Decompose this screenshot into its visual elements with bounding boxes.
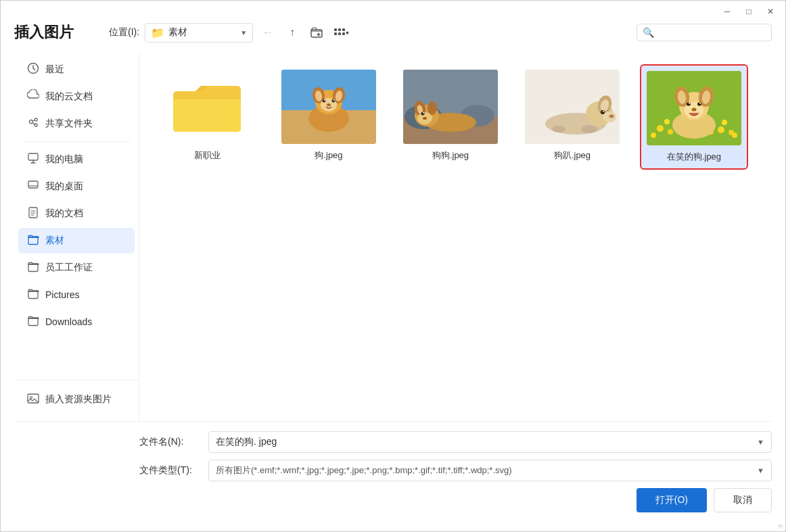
- file-item-dog1[interactable]: 狗.jpeg: [275, 64, 383, 170]
- sidebar-item-downloads-label: Downloads: [45, 316, 92, 327]
- file-item-dog2-name: 狗狗.jpeg: [432, 149, 469, 162]
- filename-input[interactable]: 在笑的狗. jpeg ▼: [208, 431, 772, 453]
- location-label: 位置(I):: [109, 26, 139, 39]
- svg-point-26: [332, 99, 336, 103]
- svg-point-76: [697, 103, 701, 106]
- documents-icon: [26, 206, 40, 221]
- svg-point-53: [609, 115, 614, 118]
- sidebar-item-materials-label: 素材: [45, 235, 64, 247]
- sidebar-item-cloud[interactable]: 我的云文档: [18, 84, 135, 110]
- svg-rect-2: [338, 28, 341, 31]
- dialog-header: 插入图片 位置(I): 📁 素材 ▼ ← ↑: [14, 22, 772, 43]
- insert-folder-icon: [26, 392, 40, 407]
- title-bar: ─ □ ✕: [1, 1, 785, 22]
- svg-point-40: [421, 112, 425, 116]
- svg-point-55: [657, 125, 664, 132]
- up-button[interactable]: ↑: [283, 23, 302, 42]
- svg-point-61: [718, 126, 724, 133]
- svg-point-67: [722, 120, 727, 125]
- svg-rect-1: [334, 28, 337, 31]
- dog3-thumbnail: [525, 70, 620, 144]
- sidebar-item-computer[interactable]: 我的电脑: [18, 147, 135, 172]
- svg-point-79: [692, 108, 697, 112]
- open-button[interactable]: 打开(O): [637, 488, 707, 512]
- sidebar-item-desktop-label: 我的桌面: [45, 180, 83, 193]
- toolbar: 位置(I): 📁 素材 ▼ ← ↑: [109, 23, 772, 43]
- filename-value: 在笑的狗. jpeg: [216, 436, 277, 448]
- sidebar-divider-1: [22, 141, 131, 142]
- search-icon: 🔍: [643, 27, 654, 38]
- file-item-folder-xzy[interactable]: 新职业: [153, 64, 261, 170]
- svg-point-42: [423, 117, 427, 120]
- svg-point-51: [601, 110, 605, 114]
- search-box[interactable]: 🔍: [637, 24, 772, 41]
- maximize-button[interactable]: □: [739, 5, 758, 18]
- svg-point-77: [689, 103, 690, 104]
- cloud-icon: [26, 89, 40, 104]
- new-folder-button[interactable]: [307, 23, 326, 42]
- svg-point-25: [323, 99, 326, 103]
- cancel-button[interactable]: 取消: [714, 488, 772, 512]
- filename-label: 文件名(N):: [139, 436, 200, 448]
- svg-rect-6: [342, 32, 345, 35]
- back-button[interactable]: ←: [258, 23, 277, 42]
- svg-rect-12: [28, 181, 38, 188]
- filetype-row: 文件类型(T): 所有图片(*.emf;*.wmf;*.jpg;*.jpeg;*…: [14, 460, 772, 481]
- sidebar-item-employee[interactable]: 员工工作证: [18, 255, 135, 281]
- filetype-input[interactable]: 所有图片(*.emf;*.wmf;*.jpg;*.jpeg;*.jpe;*.pn…: [208, 460, 772, 481]
- svg-rect-11: [28, 153, 38, 160]
- svg-point-45: [581, 125, 597, 133]
- search-input[interactable]: [654, 27, 766, 38]
- view-button[interactable]: ▾: [331, 23, 350, 42]
- svg-point-37: [427, 101, 437, 115]
- file-item-dog4-name: 在笑的狗.jpeg: [667, 151, 721, 163]
- downloads-icon: [26, 314, 40, 329]
- svg-point-9: [34, 118, 37, 121]
- pictures-icon: [26, 287, 40, 302]
- computer-icon: [26, 152, 40, 167]
- svg-point-46: [552, 126, 565, 132]
- file-item-dog3[interactable]: 狗趴.jpeg: [518, 64, 626, 170]
- recent-icon: [26, 62, 40, 77]
- sidebar-item-documents-label: 我的文档: [45, 208, 83, 220]
- svg-rect-5: [338, 32, 341, 35]
- sidebar-item-materials[interactable]: 素材: [18, 228, 135, 253]
- close-button[interactable]: ✕: [761, 5, 780, 18]
- sidebar-item-computer-label: 我的电脑: [45, 153, 83, 166]
- folder-thumbnail: [160, 70, 254, 144]
- svg-point-27: [324, 99, 325, 101]
- svg-point-65: [664, 119, 670, 124]
- filetype-value: 所有图片(*.emf;*.wmf;*.jpg;*.jpeg;*.jpe;*.pn…: [216, 464, 512, 477]
- sidebar-item-shared[interactable]: 共享文件夹: [18, 111, 135, 137]
- resize-handle[interactable]: ⟲: [777, 523, 783, 530]
- minimize-button[interactable]: ─: [718, 5, 737, 18]
- employee-icon: [26, 260, 40, 275]
- location-text: 素材: [168, 26, 236, 39]
- file-item-dog3-name: 狗趴.jpeg: [554, 149, 591, 162]
- sidebar-item-downloads[interactable]: Downloads: [18, 309, 135, 335]
- filetype-label: 文件类型(T):: [139, 464, 200, 477]
- dog1-thumbnail: [281, 70, 376, 144]
- dialog-title: 插入图片: [14, 22, 95, 43]
- svg-point-64: [732, 132, 737, 138]
- svg-point-78: [699, 103, 701, 104]
- svg-point-8: [30, 120, 33, 124]
- insert-folder-image-button[interactable]: 插入资源夹图片: [18, 387, 135, 412]
- sidebar-item-recent[interactable]: 最近: [18, 57, 135, 82]
- svg-point-56: [668, 129, 673, 135]
- sidebar-item-shared-label: 共享文件夹: [45, 118, 93, 130]
- desktop-icon: [26, 179, 40, 194]
- sidebar-item-documents[interactable]: 我的文档: [18, 201, 135, 226]
- svg-rect-3: [342, 28, 345, 31]
- location-select[interactable]: 📁 素材 ▼: [145, 23, 253, 43]
- svg-point-63: [651, 132, 656, 138]
- file-item-dog2[interactable]: 狗狗.jpeg: [396, 64, 505, 170]
- filename-row: 文件名(N): 在笑的狗. jpeg ▼: [14, 431, 772, 453]
- chevron-down-icon: ▼: [240, 29, 247, 37]
- svg-point-10: [34, 124, 37, 126]
- sidebar: 最近 我的云文档: [14, 53, 139, 421]
- file-item-dog4[interactable]: 在笑的狗.jpeg: [640, 64, 748, 170]
- sidebar-item-desktop[interactable]: 我的桌面: [18, 174, 135, 199]
- svg-rect-4: [334, 32, 337, 35]
- sidebar-item-pictures[interactable]: Pictures: [18, 282, 135, 308]
